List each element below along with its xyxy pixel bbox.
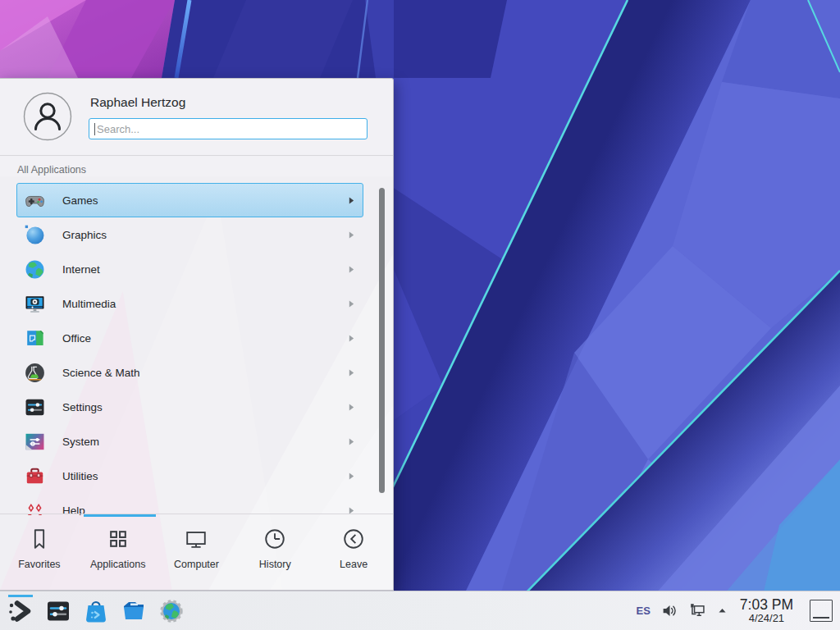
category-label: Games	[62, 194, 98, 207]
chevron-right-icon	[348, 403, 355, 412]
expand-tray-icon[interactable]	[717, 605, 728, 616]
category-games[interactable]: Games	[16, 183, 363, 217]
tab-applications[interactable]: Applications	[79, 527, 158, 570]
browser-icon	[158, 598, 185, 624]
internet-icon	[24, 258, 46, 281]
category-label: Utilities	[62, 470, 98, 482]
search-box	[89, 118, 368, 139]
taskbar-web-browser[interactable]	[158, 593, 185, 629]
category-internet[interactable]: Internet	[16, 252, 363, 286]
category-list: GamesGraphicsInternetMultimediaOfficeSci…	[0, 183, 393, 515]
chevron-right-icon	[348, 334, 355, 343]
system-tray: ES 7:03 PM 4/24/21	[636, 597, 840, 624]
chevron-right-icon	[348, 299, 355, 308]
systemsettings-icon	[45, 598, 71, 624]
volume-icon[interactable]	[661, 602, 678, 619]
science-icon	[24, 362, 46, 384]
history-icon	[262, 527, 287, 551]
discover-icon	[83, 598, 109, 624]
taskbar-app-area	[0, 591, 185, 630]
multimedia-icon	[24, 293, 46, 315]
category-system[interactable]: System	[16, 424, 363, 459]
kickoff-icon	[7, 598, 34, 624]
category-label: Graphics	[62, 229, 107, 241]
chevron-right-icon	[348, 265, 355, 274]
user-name: Raphael Hertzog	[90, 95, 185, 110]
clock-time: 7:03 PM	[740, 597, 793, 613]
category-office[interactable]: Office	[16, 321, 363, 355]
category-label: System	[62, 436, 99, 448]
settings-icon	[24, 396, 46, 418]
desktop: Raphael Hertzog All Applications GamesGr…	[0, 0, 840, 630]
chevron-right-icon	[348, 472, 355, 481]
category-settings[interactable]: Settings	[16, 390, 363, 424]
person-icon	[23, 92, 72, 141]
clock-date: 4/24/21	[740, 613, 793, 624]
tab-history[interactable]: History	[235, 527, 314, 570]
chevron-right-icon	[348, 368, 355, 377]
computer-icon	[184, 527, 208, 551]
chevron-right-icon	[348, 437, 355, 446]
taskbar: ES 7:03 PM 4/24/21	[0, 591, 840, 630]
active-tab-indicator	[84, 514, 156, 517]
chevron-right-icon	[348, 231, 355, 240]
graphics-icon	[24, 224, 46, 246]
show-desktop-glyph	[813, 617, 829, 619]
taskbar-file-manager[interactable]	[120, 593, 148, 629]
section-label: All Applications	[17, 164, 86, 176]
utilities-icon	[24, 465, 46, 487]
launcher-header: Raphael Hertzog	[0, 79, 393, 156]
tab-computer[interactable]: Computer	[158, 527, 236, 570]
system-icon	[24, 431, 46, 453]
category-utilities[interactable]: Utilities	[16, 459, 363, 493]
search-input[interactable]	[95, 123, 367, 135]
taskbar-discover[interactable]	[82, 593, 110, 629]
applications-icon	[106, 527, 130, 551]
taskbar-system-settings[interactable]	[44, 593, 72, 629]
taskbar-app-launcher[interactable]	[7, 593, 34, 629]
favorites-icon	[27, 527, 52, 551]
dolphin-icon	[121, 598, 147, 624]
list-scrollbar[interactable]	[379, 188, 385, 493]
user-avatar[interactable]	[23, 92, 72, 141]
digital-clock[interactable]: 7:03 PM 4/24/21	[740, 597, 793, 624]
office-icon	[24, 327, 46, 349]
category-label: Office	[62, 332, 91, 345]
games-icon	[24, 189, 46, 212]
keyboard-layout-indicator[interactable]: ES	[636, 605, 650, 617]
category-label: Internet	[62, 263, 100, 276]
category-label: Settings	[62, 401, 103, 413]
chevron-right-dark-icon	[348, 196, 355, 205]
launcher-tabbar: FavoritesApplicationsComputerHistoryLeav…	[0, 514, 393, 590]
category-graphics[interactable]: Graphics	[16, 217, 363, 252]
application-launcher-menu: Raphael Hertzog All Applications GamesGr…	[0, 78, 394, 591]
category-label: Science & Math	[62, 367, 140, 379]
category-label: Multimedia	[62, 298, 116, 310]
category-help[interactable]: Help	[16, 493, 363, 515]
tab-label: Computer	[174, 559, 219, 570]
tab-label: History	[259, 559, 291, 570]
tab-leave[interactable]: Leave	[314, 527, 393, 570]
tab-favorites[interactable]: Favorites	[0, 527, 79, 570]
show-desktop-button[interactable]	[810, 600, 833, 622]
tab-label: Leave	[340, 559, 368, 570]
category-science-math[interactable]: Science & Math	[16, 355, 363, 390]
leave-icon	[341, 527, 366, 551]
tab-label: Applications	[90, 559, 145, 570]
category-multimedia[interactable]: Multimedia	[16, 286, 363, 321]
network-icon[interactable]	[689, 602, 706, 619]
tab-label: Favorites	[18, 559, 60, 570]
